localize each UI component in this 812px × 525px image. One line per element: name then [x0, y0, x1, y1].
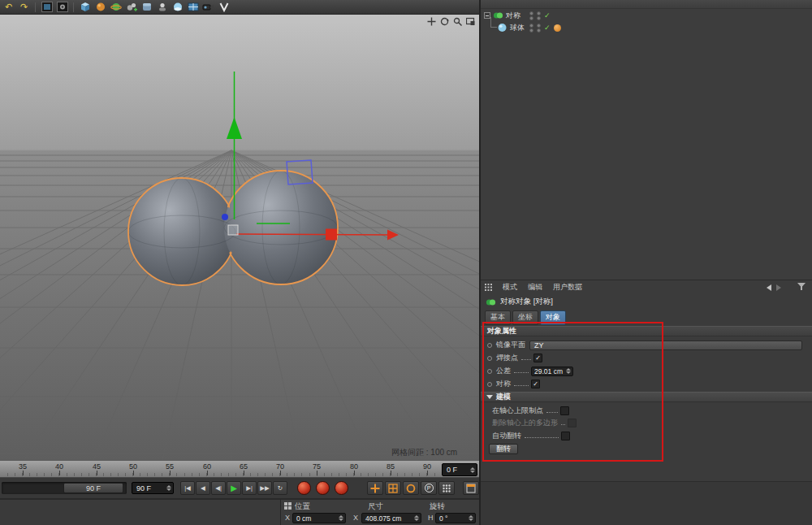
auto-flip-checkbox[interactable] — [561, 432, 570, 440]
record-keyframe-button[interactable] — [297, 481, 311, 495]
object-row-symmetry[interactable]: 对称 — [484, 10, 520, 21]
dock-empty-area — [481, 481, 812, 525]
ruler-tick: 45 — [93, 462, 101, 471]
end-frame-field[interactable]: 90 F — [132, 482, 174, 494]
section-modeling[interactable]: 建模 — [481, 392, 812, 402]
menu-edit[interactable]: 编辑 — [528, 282, 542, 293]
record-rotation-button[interactable] — [403, 481, 419, 495]
table-icon — [466, 484, 476, 493]
anim-dot-icon[interactable] — [487, 343, 492, 348]
tab-object[interactable]: 对象 — [540, 310, 566, 325]
environment-sky-icon — [172, 2, 184, 12]
spinner-icon[interactable] — [565, 367, 572, 375]
environment-button[interactable] — [171, 1, 184, 13]
rotation-h-field[interactable]: 0 ° — [435, 513, 476, 523]
record-scale-button[interactable] — [385, 481, 401, 495]
visibility-dots-icon[interactable] — [537, 11, 541, 20]
tab-coordinates[interactable]: 坐标 — [512, 310, 538, 325]
tolerance-field[interactable]: 29.01 cm — [531, 367, 573, 376]
cube-primitive-button[interactable] — [78, 1, 92, 13]
position-x-field[interactable]: 0 cm — [292, 513, 346, 523]
filter-icon[interactable] — [797, 283, 806, 290]
origin-handle-icon — [228, 225, 238, 235]
pan-icon — [427, 17, 436, 26]
enable-check-icon[interactable]: ✓ — [544, 11, 551, 20]
range-slider-handle[interactable]: 90 F — [63, 483, 123, 493]
rotation-title: 旋转 — [430, 501, 445, 512]
spinner-icon[interactable] — [469, 464, 476, 475]
visibility-toggles-sphere[interactable]: ✓ — [529, 22, 561, 33]
loop-playback-button[interactable]: ↻ — [273, 481, 287, 495]
keyframe-selection-button[interactable] — [335, 481, 348, 495]
visibility-dots-icon[interactable] — [529, 11, 533, 20]
symmetry-checkbox[interactable]: ✓ — [531, 380, 540, 388]
object-label[interactable]: 对称 — [506, 11, 520, 21]
back-arrow-icon[interactable] — [767, 284, 771, 291]
modeling-tool-button[interactable] — [140, 1, 153, 13]
toggle-view-button[interactable] — [465, 16, 476, 27]
enable-check-icon[interactable]: ✓ — [544, 24, 551, 32]
goto-end-button[interactable]: ▶▶ — [257, 481, 272, 495]
param-label: 自动翻转 — [492, 431, 521, 441]
autokey-button[interactable] — [316, 481, 330, 495]
render-settings-button[interactable] — [55, 1, 69, 13]
collapse-triangle-icon — [486, 395, 493, 399]
phong-tag-icon[interactable] — [554, 24, 561, 32]
flip-button[interactable]: 翻转 — [489, 444, 518, 454]
previous-frame-button[interactable]: ◀ — [196, 481, 210, 495]
record-pla-button[interactable] — [438, 481, 455, 495]
dots-grid-icon — [442, 484, 451, 493]
scene-tool-button[interactable] — [155, 1, 169, 13]
attribute-tabs: 基本 坐标 对象 — [485, 310, 566, 325]
forward-arrow-icon[interactable] — [776, 284, 781, 291]
deformer-button[interactable] — [109, 1, 123, 13]
spinner-icon[interactable] — [413, 514, 420, 523]
clamp-points-checkbox[interactable] — [560, 406, 569, 415]
visibility-toggles-symmetry[interactable]: ✓ — [529, 10, 551, 21]
object-label[interactable]: 球体 — [510, 23, 525, 33]
current-frame-field[interactable]: 0 F — [442, 463, 477, 476]
zoom-view-button[interactable] — [452, 16, 463, 27]
collapse-toggle-icon[interactable] — [484, 12, 490, 19]
ruler-minor-ticks — [1, 473, 440, 476]
record-position-button[interactable] — [367, 481, 383, 495]
anim-dot-icon[interactable] — [487, 356, 492, 361]
visibility-dots-icon[interactable] — [537, 24, 541, 33]
panel-menu-icon[interactable] — [485, 284, 492, 291]
coords-menu-icon[interactable] — [284, 502, 292, 510]
timeline-ruler[interactable]: 35 40 45 50 55 60 65 70 75 80 85 90 0 F — [0, 460, 479, 478]
anim-dot-icon[interactable] — [487, 382, 492, 387]
previous-key-button[interactable]: ◀| — [211, 481, 226, 495]
mograph-button[interactable] — [186, 1, 200, 13]
anim-dot-icon[interactable] — [487, 369, 492, 374]
next-key-button[interactable]: ▶| — [242, 481, 257, 495]
simulation-button[interactable] — [124, 1, 138, 13]
spinner-icon[interactable] — [338, 514, 344, 523]
mirror-plane-dropdown[interactable]: ZY — [529, 341, 802, 350]
play-button[interactable]: ▶ — [227, 481, 241, 495]
viewport-3d[interactable]: 网格间距 : 100 cm — [0, 15, 479, 460]
render-view-button[interactable] — [40, 1, 54, 13]
toggle-view-icon — [466, 17, 475, 26]
pan-view-button[interactable] — [426, 16, 437, 27]
timeline-range-slider[interactable]: 90 F — [2, 482, 127, 494]
visibility-dots-icon[interactable] — [529, 24, 533, 33]
snap-settings-button[interactable] — [463, 481, 479, 495]
menu-mode[interactable]: 模式 — [503, 282, 517, 293]
undo-button[interactable]: ↶ — [2, 1, 15, 13]
camera-button[interactable] — [201, 1, 215, 13]
tab-basic[interactable]: 基本 — [485, 310, 511, 325]
orbit-view-button[interactable] — [439, 16, 450, 27]
menu-user-data[interactable]: 用户数据 — [553, 282, 582, 293]
weld-points-checkbox[interactable]: ✓ — [533, 354, 542, 362]
spinner-icon[interactable] — [166, 483, 172, 493]
record-option-controls: P — [367, 481, 455, 495]
size-x-field[interactable]: 408.075 cm — [361, 513, 421, 523]
goto-start-button[interactable]: |◀ — [180, 481, 195, 495]
volume-pen-button[interactable] — [217, 1, 231, 13]
record-parameter-button[interactable]: P — [421, 481, 437, 495]
redo-button[interactable]: ↷ — [17, 1, 31, 13]
object-row-sphere[interactable]: 球体 — [497, 22, 525, 33]
generator-button[interactable] — [93, 1, 107, 13]
spinner-icon[interactable] — [468, 514, 474, 523]
